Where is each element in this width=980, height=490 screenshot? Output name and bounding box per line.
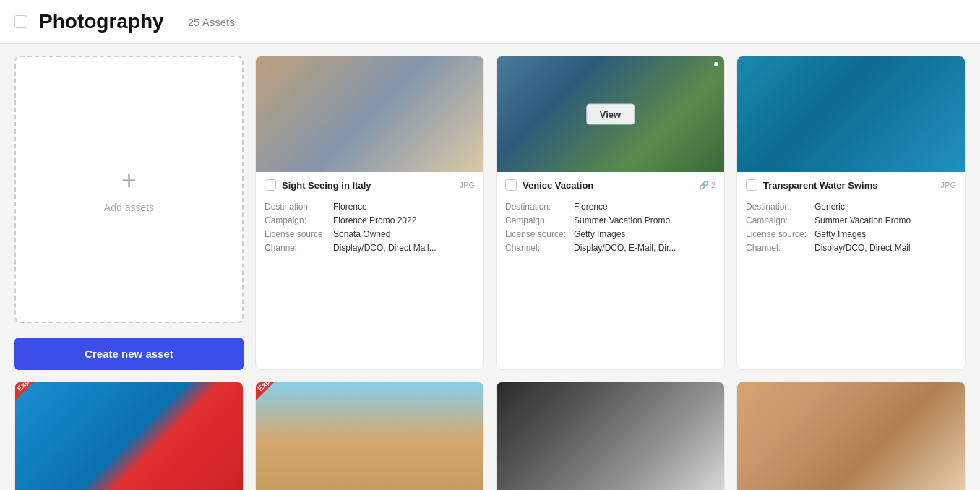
add-assets-label: Add assets bbox=[104, 202, 154, 213]
attachment-icon: 🔗 bbox=[699, 181, 709, 190]
asset-image-family-vacations bbox=[497, 382, 724, 490]
license-label: License source: bbox=[505, 229, 574, 239]
destination-value: Generic bbox=[814, 202, 845, 212]
asset-image-sight-seeing-italy bbox=[256, 56, 483, 172]
asset-card-ocean-sunsets: Expired Ocean Sunsets 🔗 7 bbox=[255, 382, 484, 490]
destination-value: Florence bbox=[574, 202, 608, 212]
detail-campaign: Campaign: Summer Vacation Promo bbox=[505, 215, 715, 225]
asset-card-seaside-picnics: Seaside Picnics JPG bbox=[736, 382, 966, 490]
expired-ribbon-ocean-sunsets: Expired bbox=[256, 382, 291, 406]
card-meta-transparent-water: Transparent Water Swims JPG bbox=[737, 172, 965, 194]
campaign-label: Campaign: bbox=[746, 215, 814, 225]
asset-card-sight-seeing-italy: Sight Seeing in Italy JPG Destination: F… bbox=[255, 56, 484, 370]
card-checkbox-sight-seeing-italy[interactable] bbox=[265, 179, 276, 191]
card-title-sight-seeing-italy: Sight Seeing in Italy bbox=[282, 180, 371, 191]
card-type-sight-seeing-italy: JPG bbox=[460, 181, 475, 189]
asset-card-venice-vacation: View Venice Vacation 🔗 2 Destination: Fl… bbox=[496, 56, 725, 370]
select-all-checkbox[interactable] bbox=[14, 15, 27, 28]
card-details-venice-vacation: Destination: Florence Campaign: Summer V… bbox=[497, 194, 724, 264]
asset-image-ocean-sunsets: Expired bbox=[256, 382, 483, 490]
destination-label: Destination: bbox=[265, 202, 333, 212]
asset-count: 25 Assets bbox=[188, 16, 235, 28]
detail-destination: Destination: Florence bbox=[505, 202, 715, 212]
campaign-label: Campaign: bbox=[505, 215, 574, 225]
license-value: Getty Images bbox=[814, 229, 866, 239]
detail-license: License source: Sonata Owned bbox=[265, 229, 475, 239]
license-value: Getty Images bbox=[574, 229, 625, 239]
view-overlay-button[interactable]: View bbox=[586, 104, 635, 125]
expired-ribbon-sun-hat: Expired bbox=[15, 382, 51, 406]
asset-grid-row2: Expired Sun Hat Social Ads 🔗 2 Expired O… bbox=[0, 382, 980, 490]
detail-channel: Channel: Display/DCO, E-Mail, Dir... bbox=[505, 243, 715, 253]
campaign-value: Summer Vacation Promo bbox=[574, 215, 670, 225]
card-meta-venice-vacation: Venice Vacation 🔗 2 bbox=[497, 172, 724, 194]
attachment-count: 2 bbox=[711, 181, 715, 189]
detail-destination: Destination: Florence bbox=[265, 202, 475, 212]
page-title: Photography bbox=[39, 10, 164, 33]
plus-icon: + bbox=[121, 166, 137, 196]
card-details-sight-seeing-italy: Destination: Florence Campaign: Florence… bbox=[256, 194, 483, 264]
channel-label: Channel: bbox=[746, 243, 814, 253]
create-new-asset-button[interactable]: Create new asset bbox=[14, 338, 244, 370]
asset-grid: + Add assets Create new asset Sight Seei… bbox=[0, 44, 980, 382]
asset-card-family-vacations: Family Vacations 🔗 2 bbox=[496, 382, 725, 490]
license-label: License source: bbox=[265, 229, 333, 239]
card-checkbox-transparent-water[interactable] bbox=[746, 179, 757, 191]
asset-image-sun-hat: Expired bbox=[15, 382, 243, 490]
asset-image-seaside-picnics bbox=[737, 382, 965, 490]
card-details-transparent-water: Destination: Generic Campaign: Summer Va… bbox=[737, 194, 965, 264]
detail-license: License source: Getty Images bbox=[505, 229, 715, 239]
asset-image-transparent-water bbox=[737, 56, 965, 172]
card-type-transparent-water: JPG bbox=[941, 181, 956, 189]
detail-channel: Channel: Display/DCO, Direct Mail bbox=[746, 243, 956, 253]
detail-destination: Destination: Generic bbox=[746, 202, 956, 212]
license-label: License source: bbox=[746, 229, 814, 239]
card-title-transparent-water: Transparent Water Swims bbox=[763, 180, 877, 191]
asset-card-sun-hat: Expired Sun Hat Social Ads 🔗 2 bbox=[14, 382, 244, 490]
asset-card-transparent-water: Transparent Water Swims JPG Destination:… bbox=[736, 56, 966, 370]
card-title-venice-vacation: Venice Vacation bbox=[523, 180, 593, 191]
campaign-label: Campaign: bbox=[265, 215, 333, 225]
detail-campaign: Campaign: Florence Promo 2022 bbox=[265, 215, 475, 225]
card-attachment-venice-vacation: 🔗 2 bbox=[699, 181, 715, 190]
license-value: Sonata Owned bbox=[333, 229, 390, 239]
destination-label: Destination: bbox=[746, 202, 814, 212]
channel-label: Channel: bbox=[265, 243, 333, 253]
detail-campaign: Campaign: Summer Vacation Promo bbox=[746, 215, 956, 225]
channel-value: Display/DCO, Direct Mail... bbox=[333, 243, 437, 253]
add-assets-card[interactable]: + Add assets bbox=[14, 56, 244, 323]
channel-value: Display/DCO, E-Mail, Dir... bbox=[574, 243, 676, 253]
detail-channel: Channel: Display/DCO, Direct Mail... bbox=[265, 243, 475, 253]
asset-image-venice-vacation: View bbox=[497, 56, 724, 172]
card-meta-sight-seeing-italy: Sight Seeing in Italy JPG bbox=[256, 172, 483, 194]
card-checkbox-venice-vacation[interactable] bbox=[505, 179, 517, 191]
header-divider bbox=[176, 12, 176, 32]
channel-label: Channel: bbox=[505, 243, 574, 253]
channel-value: Display/DCO, Direct Mail bbox=[814, 243, 911, 253]
add-card-wrapper: + Add assets Create new asset bbox=[14, 56, 244, 370]
page-header: Photography 25 Assets bbox=[0, 0, 980, 44]
campaign-value: Summer Vacation Promo bbox=[814, 215, 911, 225]
detail-license: License source: Getty Images bbox=[746, 229, 956, 239]
pagination-dot bbox=[714, 62, 718, 66]
campaign-value: Florence Promo 2022 bbox=[333, 215, 416, 225]
destination-label: Destination: bbox=[505, 202, 574, 212]
destination-value: Florence bbox=[333, 202, 367, 212]
